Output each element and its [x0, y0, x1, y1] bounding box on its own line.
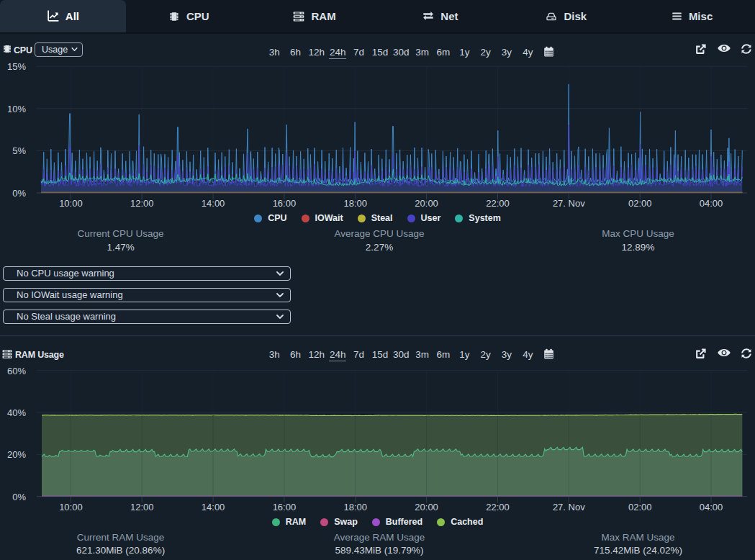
svg-text:20%: 20%	[7, 449, 26, 460]
svg-text:15%: 15%	[7, 61, 26, 72]
svg-text:02:00: 02:00	[628, 502, 652, 512]
svg-text:04:00: 04:00	[700, 198, 723, 209]
svg-text:16:00: 16:00	[273, 502, 297, 512]
svg-text:22:00: 22:00	[486, 198, 510, 209]
svg-text:5%: 5%	[12, 145, 26, 156]
svg-text:18:00: 18:00	[344, 198, 368, 209]
svg-text:20:00: 20:00	[415, 502, 438, 512]
svg-text:0%: 0%	[12, 492, 26, 502]
svg-text:16:00: 16:00	[273, 198, 297, 209]
svg-text:18:00: 18:00	[344, 502, 368, 512]
svg-text:27. Nov: 27. Nov	[553, 502, 585, 512]
svg-text:60%: 60%	[7, 366, 26, 376]
svg-text:02:00: 02:00	[628, 198, 652, 209]
svg-text:12:00: 12:00	[130, 502, 154, 512]
svg-text:04:00: 04:00	[700, 502, 723, 512]
svg-text:22:00: 22:00	[486, 502, 510, 512]
svg-text:14:00: 14:00	[202, 198, 225, 209]
svg-text:10:00: 10:00	[59, 502, 83, 512]
svg-text:12:00: 12:00	[130, 198, 154, 209]
svg-text:27. Nov: 27. Nov	[553, 198, 585, 209]
svg-text:20:00: 20:00	[415, 198, 438, 209]
svg-text:0%: 0%	[12, 188, 26, 199]
svg-text:10:00: 10:00	[59, 198, 83, 209]
svg-text:14:00: 14:00	[202, 502, 225, 512]
svg-text:10%: 10%	[7, 104, 26, 114]
svg-text:40%: 40%	[7, 407, 26, 418]
